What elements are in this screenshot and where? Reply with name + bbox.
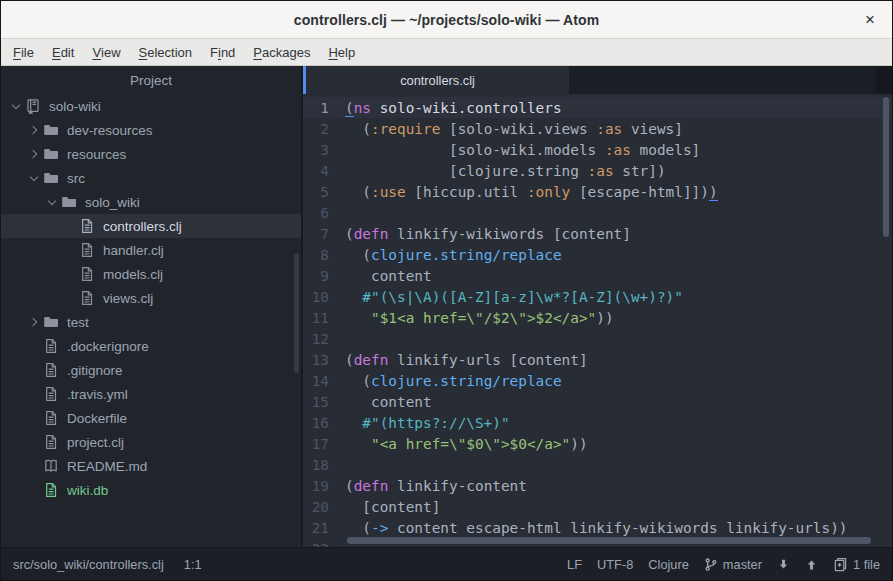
line-number: 13 xyxy=(303,352,345,368)
code-line-19[interactable]: 19(defn linkify-content xyxy=(303,475,892,496)
code-text: [content] xyxy=(345,499,440,515)
git-push-indicator[interactable] xyxy=(805,558,818,571)
line-ending-indicator[interactable]: LF xyxy=(567,557,582,572)
menu-help[interactable]: Help xyxy=(319,39,364,65)
tree-item-label: dev-resources xyxy=(67,123,153,138)
code-line-14[interactable]: 14 (clojure.string/replace xyxy=(303,370,892,391)
file-icon xyxy=(43,482,59,498)
code-text: (defn linkify-urls [content] xyxy=(345,352,588,368)
line-number: 7 xyxy=(303,226,345,242)
chevron-down-icon[interactable] xyxy=(27,177,41,180)
tree-item-src[interactable]: src xyxy=(1,166,301,190)
code-line-8[interactable]: 8 (clojure.string/replace xyxy=(303,244,892,265)
status-bar-right: LF UTF-8 Clojure master xyxy=(567,557,880,572)
git-pull-indicator[interactable] xyxy=(777,558,790,571)
encoding-indicator[interactable]: UTF-8 xyxy=(597,557,633,572)
code-text: (ns solo-wiki.controllers xyxy=(345,100,562,116)
tree-item-gitignore[interactable]: .gitignore xyxy=(1,358,301,382)
text-editor[interactable]: 1(ns solo-wiki.controllers2 (:require [s… xyxy=(303,94,892,547)
horizontal-scrollbar-thumb[interactable] xyxy=(347,537,871,544)
code-line-4[interactable]: 4 [clojure.string :as str]) xyxy=(303,160,892,181)
chevron-down-icon[interactable] xyxy=(45,201,59,204)
tree-item-views-clj[interactable]: views.clj xyxy=(1,286,301,310)
main-area: Project solo-wikidev-resourcesresourcess… xyxy=(1,66,892,547)
code-text: content xyxy=(345,394,432,410)
tree-item-controllers-clj[interactable]: controllers.clj xyxy=(1,214,301,238)
menu-edit[interactable]: Edit xyxy=(43,39,83,65)
tree-item-label: handler.clj xyxy=(103,243,164,258)
tree-item-label: models.clj xyxy=(103,267,163,282)
tree-item-dockerignore[interactable]: .dockerignore xyxy=(1,334,301,358)
atom-window: controllers.clj — ~/projects/solo-wiki —… xyxy=(0,0,893,581)
code-line-10[interactable]: 10 #"(\s|\A)([A-Z][a-z]\w*?[A-Z](\w+)?)" xyxy=(303,286,892,307)
tree-item-models-clj[interactable]: models.clj xyxy=(1,262,301,286)
grammar-indicator[interactable]: Clojure xyxy=(648,557,689,572)
tree-item-wiki-db[interactable]: wiki.db xyxy=(1,478,301,502)
code-line-6[interactable]: 6 xyxy=(303,202,892,223)
cursor-position[interactable]: 1:1 xyxy=(184,557,202,572)
line-number: 20 xyxy=(303,499,345,515)
tree-item-label: README.md xyxy=(67,459,147,474)
tree-item-travis-yml[interactable]: .travis.yml xyxy=(1,382,301,406)
tree-item-resources[interactable]: resources xyxy=(1,142,301,166)
line-number: 17 xyxy=(303,436,345,452)
chevron-right-icon[interactable] xyxy=(27,127,41,133)
git-branch-indicator[interactable]: master xyxy=(704,557,762,572)
menu-view[interactable]: View xyxy=(83,39,129,65)
vertical-scrollbar-thumb[interactable] xyxy=(883,97,889,237)
code-text: "$1<a href=\"/$2\">$2</a>")) xyxy=(345,310,614,326)
chevron-right-icon[interactable] xyxy=(27,319,41,325)
git-changed-files-indicator[interactable]: 1 file xyxy=(833,557,880,572)
code-line-16[interactable]: 16 #"(https?://\S+)" xyxy=(303,412,892,433)
code-line-17[interactable]: 17 "<a href=\"$0\">$0</a>")) xyxy=(303,433,892,454)
file-icon xyxy=(43,338,59,354)
code-line-20[interactable]: 20 [content] xyxy=(303,496,892,517)
code-line-21[interactable]: 21 (-> content escape-html linkify-wikiw… xyxy=(303,517,892,538)
tree-item-label: .dockerignore xyxy=(67,339,149,354)
code-line-18[interactable]: 18 xyxy=(303,454,892,475)
tree-item-handler-clj[interactable]: handler.clj xyxy=(1,238,301,262)
tree-item-label: .gitignore xyxy=(67,363,123,378)
code-text: #"(https?://\S+)" xyxy=(345,415,510,431)
code-line-5[interactable]: 5 (:use [hiccup.util :only [escape-html]… xyxy=(303,181,892,202)
code-line-3[interactable]: 3 [solo-wiki.models :as models] xyxy=(303,139,892,160)
code-text: (defn linkify-wikiwords [content] xyxy=(345,226,631,242)
menu-find[interactable]: Find xyxy=(201,39,244,65)
code-line-13[interactable]: 13(defn linkify-urls [content] xyxy=(303,349,892,370)
tree-item-test[interactable]: test xyxy=(1,310,301,334)
code-line-15[interactable]: 15 content xyxy=(303,391,892,412)
chevron-down-icon[interactable] xyxy=(9,105,23,108)
code-line-2[interactable]: 2 (:require [solo-wiki.views :as views] xyxy=(303,118,892,139)
menu-selection[interactable]: Selection xyxy=(130,39,201,65)
tree-item-dev-resources[interactable]: dev-resources xyxy=(1,118,301,142)
code-line-11[interactable]: 11 "$1<a href=\"/$2\">$2</a>")) xyxy=(303,307,892,328)
tree-item-readme-md[interactable]: README.md xyxy=(1,454,301,478)
tab-controllers-clj[interactable]: controllers.clj xyxy=(306,66,569,94)
code-line-1[interactable]: 1(ns solo-wiki.controllers xyxy=(303,97,892,118)
code-line-7[interactable]: 7(defn linkify-wikiwords [content] xyxy=(303,223,892,244)
folder-icon xyxy=(61,194,77,210)
tree-item-label: project.clj xyxy=(67,435,124,450)
file-icon xyxy=(79,266,95,282)
tree-item-label: .travis.yml xyxy=(67,387,128,402)
folder-icon xyxy=(43,314,59,330)
code-text: #"(\s|\A)([A-Z][a-z]\w*?[A-Z](\w+)?)" xyxy=(345,289,683,305)
code-line-9[interactable]: 9 content xyxy=(303,265,892,286)
folder-icon xyxy=(43,122,59,138)
code-line-12[interactable]: 12 xyxy=(303,328,892,349)
menu-packages[interactable]: Packages xyxy=(244,39,319,65)
title-bar: controllers.clj — ~/projects/solo-wiki —… xyxy=(1,1,892,39)
file-icon xyxy=(43,434,59,450)
status-bar-left: src/solo_wiki/controllers.clj 1:1 xyxy=(13,557,202,572)
tree-scrollbar-thumb[interactable] xyxy=(294,253,299,373)
line-number: 14 xyxy=(303,373,345,389)
tree-item-project-clj[interactable]: project.clj xyxy=(1,430,301,454)
close-icon[interactable]: × xyxy=(858,8,882,32)
line-number: 9 xyxy=(303,268,345,284)
chevron-right-icon[interactable] xyxy=(27,151,41,157)
tree-item-solo-wiki[interactable]: solo-wiki xyxy=(1,94,301,118)
menu-file[interactable]: File xyxy=(4,39,43,65)
line-number: 11 xyxy=(303,310,345,326)
tree-item-solo-wiki[interactable]: solo_wiki xyxy=(1,190,301,214)
tree-item-dockerfile[interactable]: Dockerfile xyxy=(1,406,301,430)
